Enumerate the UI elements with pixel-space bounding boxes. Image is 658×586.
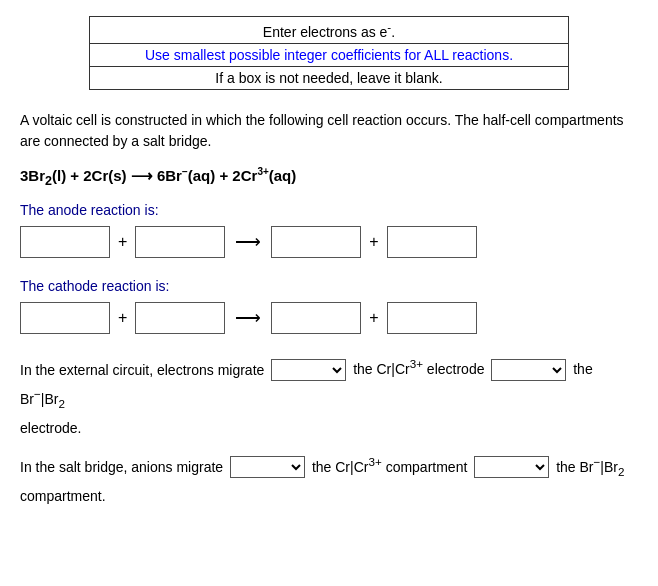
- cathode-reaction-row: + ⟶ +: [20, 302, 638, 334]
- description-text: A voltaic cell is constructed in which t…: [20, 110, 638, 152]
- external-electrode1-label: the Cr|Cr3+ electrode: [353, 361, 488, 377]
- instruction-line2: Use smallest possible integer coefficien…: [90, 44, 568, 67]
- cathode-plus-1: +: [116, 309, 129, 327]
- anode-input-2[interactable]: [135, 226, 225, 258]
- instruction-line3: If a box is not needed, leave it blank.: [90, 67, 568, 89]
- anode-plus-2: +: [367, 233, 380, 251]
- salt-bridge-compartment2-label: the Br−|Br2: [556, 459, 624, 475]
- anode-label: The anode reaction is:: [20, 202, 638, 218]
- external-circuit-row: In the external circuit, electrons migra…: [20, 354, 638, 441]
- instructions-box: Enter electrons as e-. Use smallest poss…: [89, 16, 569, 90]
- anode-arrow: ⟶: [231, 231, 265, 253]
- instruction-line1: Enter electrons as e-.: [90, 17, 568, 44]
- cathode-input-1[interactable]: [20, 302, 110, 334]
- external-prefix: In the external circuit, electrons migra…: [20, 361, 264, 377]
- salt-bridge-direction-select-1[interactable]: to from: [230, 456, 305, 478]
- cathode-arrow: ⟶: [231, 307, 265, 329]
- anode-input-4[interactable]: [387, 226, 477, 258]
- salt-bridge-compartment-word: compartment.: [20, 488, 106, 504]
- external-direction-select-1[interactable]: to from: [271, 359, 346, 381]
- cathode-input-2[interactable]: [135, 302, 225, 334]
- salt-bridge-row: In the salt bridge, anions migrate to fr…: [20, 451, 638, 509]
- cathode-plus-2: +: [367, 309, 380, 327]
- salt-bridge-prefix: In the salt bridge, anions migrate: [20, 459, 223, 475]
- external-direction-select-2[interactable]: to from: [491, 359, 566, 381]
- anode-input-3[interactable]: [271, 226, 361, 258]
- salt-bridge-compartment1-label: the Cr|Cr3+ compartment: [312, 459, 471, 475]
- anode-reaction-row: + ⟶ +: [20, 226, 638, 258]
- equation-display: 3Br2(l) + 2Cr(s) ⟶ 6Br−(aq) + 2Cr3+(aq): [20, 166, 638, 188]
- external-electrode-word: electrode.: [20, 420, 81, 436]
- cathode-label: The cathode reaction is:: [20, 278, 638, 294]
- cathode-input-3[interactable]: [271, 302, 361, 334]
- cathode-input-4[interactable]: [387, 302, 477, 334]
- anode-plus-1: +: [116, 233, 129, 251]
- salt-bridge-direction-select-2[interactable]: to from: [474, 456, 549, 478]
- anode-input-1[interactable]: [20, 226, 110, 258]
